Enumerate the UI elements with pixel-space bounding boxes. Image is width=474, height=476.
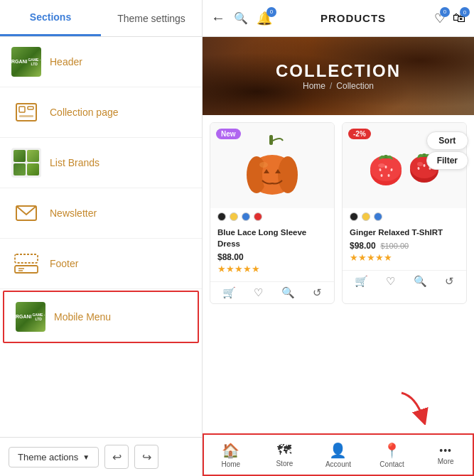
product-info-1: Blue Lace Long Sleeve Dress $88.00 ★★★★★ [210,224,334,281]
section-icon-mobile-menu: RGANIGAME · LTD [16,302,45,332]
nav-item-store[interactable]: 🗺 Store [258,435,312,475]
filter-button[interactable]: Filter [426,151,468,170]
sort-button[interactable]: Sort [426,131,468,150]
account-icon: 👤 [329,442,347,459]
section-item-header[interactable]: RGANIGAME · LTD Header [0,37,202,87]
section-item-footer[interactable]: Footer [0,239,202,289]
hero-breadcrumb: Home / Collection [303,81,374,91]
notification-icon[interactable]: 🔔 0 [257,11,272,26]
topbar-right: ♡ 0 🛍 0 [434,11,465,26]
section-icon-footer [11,249,41,278]
product-stars-2: ★★★★★ [350,252,459,263]
section-label-collection: Collection page [50,107,119,118]
back-icon[interactable]: ← [211,10,225,26]
color-dots-1 [210,208,334,224]
wishlist-icon-1[interactable]: ♡ [254,286,263,299]
sort-filter-area: Sort Filter [426,131,468,170]
section-item-mobile-menu[interactable]: RGANIGAME · LTD Mobile Menu [3,291,199,343]
svg-point-20 [385,166,387,168]
section-icon-newsletter [11,198,41,228]
bag-icon[interactable]: 🛍 0 [453,11,465,26]
bottom-nav: 🏠 Home 🗺 Store 👤 Account 📍 Contact ••• M… [203,433,474,476]
wishlist-icon[interactable]: ♡ 0 [434,11,446,26]
refresh-icon-1[interactable]: ↺ [313,286,322,299]
section-label-newsletter: Newsletter [50,207,97,219]
svg-point-13 [278,156,298,193]
theme-actions-button[interactable]: Theme actions ▼ [9,447,99,467]
nav-item-account[interactable]: 👤 Account [311,435,365,475]
color-dot[interactable] [254,212,262,221]
search-icon[interactable]: 🔍 [234,11,248,25]
svg-point-28 [424,164,426,167]
wishlist-icon-2[interactable]: ♡ [386,275,395,288]
product-badge-1: New [216,129,241,139]
section-icon-header: RGANIGAME · LTD [11,47,41,77]
section-label-footer: Footer [50,258,78,269]
tab-sections[interactable]: Sections [0,0,101,36]
sections-list: RGANIGAME · LTD Header Collection page [0,37,202,437]
notification-badge: 0 [266,7,276,17]
svg-point-30 [417,162,423,166]
zoom-icon-2[interactable]: 🔍 [414,275,427,288]
left-panel: Sections Theme settings RGANIGAME · LTD … [0,0,203,476]
home-icon: 🏠 [222,442,239,459]
nav-label-more: More [438,458,454,465]
bottom-bar: Theme actions ▼ ↩ ↪ [0,437,202,476]
wishlist-badge: 0 [440,7,450,17]
color-dots-2 [343,208,466,224]
nav-item-more[interactable]: ••• More [419,435,473,475]
cart-icon-2[interactable]: 🛒 [355,275,368,288]
more-icon: ••• [439,445,452,456]
chevron-down-icon: ▼ [82,453,90,461]
svg-point-23 [388,174,390,177]
product-info-2: Ginger Relaxed T-ShIRT $98.00 $100.00 ★★… [343,224,466,270]
color-dot[interactable] [374,212,382,221]
arrow-indicator [394,389,437,428]
section-icon-collection [11,97,41,127]
nav-label-store: Store [276,460,293,467]
svg-point-22 [381,174,383,177]
section-icon-brands [11,148,41,178]
svg-rect-5 [15,254,38,263]
section-item-collection[interactable]: Collection page [0,87,202,138]
redo-icon: ↪ [142,450,151,464]
nav-label-contact: Contact [379,460,404,468]
nav-item-contact[interactable]: 📍 Contact [365,435,419,475]
color-dot[interactable] [350,212,358,221]
section-label-mobile-menu: Mobile Menu [54,311,111,323]
zoom-icon-1[interactable]: 🔍 [281,286,295,299]
product-price-1: $88.00 [217,252,327,262]
nav-label-home: Home [221,460,240,468]
tabs: Sections Theme settings [0,0,202,37]
svg-rect-2 [28,107,33,109]
color-dot[interactable] [362,212,370,221]
product-name-2: Ginger Relaxed T-ShIRT [350,227,459,238]
bag-badge: 0 [460,7,470,17]
section-item-newsletter[interactable]: Newsletter [0,188,202,239]
color-dot[interactable] [230,212,238,221]
refresh-icon-2[interactable]: ↺ [445,275,454,288]
section-label-brands: List Brands [50,157,99,168]
product-stars-1: ★★★★★ [217,264,327,274]
tab-theme-settings[interactable]: Theme settings [101,0,202,36]
topbar-title: PRODUCTS [281,12,426,24]
store-icon: 🗺 [277,442,291,458]
product-actions-2: 🛒 ♡ 🔍 ↺ [343,270,466,292]
redo-button[interactable]: ↪ [134,445,158,469]
product-name-1: Blue Lace Long Sleeve Dress [217,227,327,249]
color-dot[interactable] [242,212,250,221]
color-dot[interactable] [217,212,226,221]
svg-point-14 [259,162,268,168]
preview-topbar: ← 🔍 🔔 0 PRODUCTS ♡ 0 🛍 0 [203,0,474,37]
section-item-brands[interactable]: List Brands [0,138,202,188]
svg-rect-1 [19,107,25,112]
svg-rect-3 [19,115,33,117]
svg-point-24 [378,163,385,168]
nav-item-home[interactable]: 🏠 Home [204,435,258,475]
product-actions-1: 🛒 ♡ 🔍 ↺ [210,281,334,303]
undo-button[interactable]: ↩ [104,445,129,469]
hero-title: COLLECTION [276,61,401,81]
cart-icon-1[interactable]: 🛒 [222,286,236,299]
preview-content: COLLECTION Home / Collection New [203,37,474,433]
product-card-1[interactable]: New [210,122,335,304]
